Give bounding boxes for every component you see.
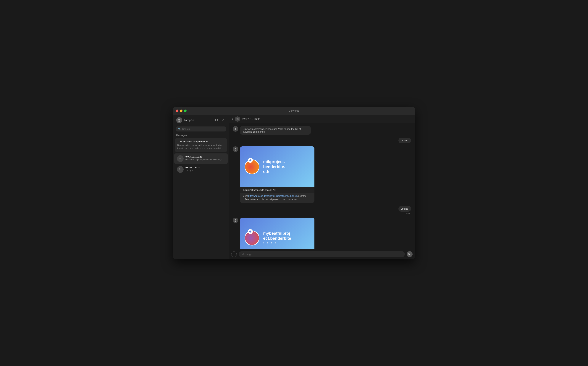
svg-rect-2: [215, 119, 216, 120]
msg-avatar-1: [233, 126, 238, 132]
grid-icon-button[interactable]: [214, 118, 219, 123]
svg-rect-3: [217, 119, 218, 120]
app-window: Converse LampGolf: [173, 107, 415, 259]
card-icon-wrap-2: [245, 231, 260, 245]
window-title: Converse: [289, 109, 299, 112]
ens-card-1: mikproject.benderbite.eth mikproject.ben…: [240, 146, 314, 203]
ephemeral-notice: This account is ephemeral Disconnect to …: [175, 138, 227, 152]
sent-label: Sent: [406, 212, 411, 215]
ens-logo-2: [248, 229, 253, 234]
add-attachment-button[interactable]: +: [231, 252, 237, 257]
card-row-1: mikproject.benderbite.eth mikproject.ben…: [233, 146, 411, 203]
header-icons: [214, 118, 226, 123]
send-button[interactable]: [407, 251, 413, 257]
card-title-text-2: mybeatfulproject.benderbite: [263, 231, 291, 241]
card-footer-1: mikproject.benderbite.eth on ENS: [240, 187, 314, 193]
compose-icon-button[interactable]: [221, 118, 226, 123]
card-image-2: mybeatfulproject.benderbite • • • •: [240, 218, 314, 249]
card-link-1[interactable]: https://app.ens.domains/mikproject.bende…: [248, 195, 298, 197]
message-row-1: Unknown command. Please use /help to see…: [233, 126, 411, 135]
message-bubble-1: Unknown command. Please use /help to see…: [240, 126, 311, 135]
card-message-1: mikproject.benderbite.eth mikproject.ben…: [233, 146, 411, 203]
ens-card-2: mybeatfulproject.benderbite • • • • mybe…: [240, 218, 314, 249]
close-button[interactable]: [176, 110, 179, 112]
chat-area: ‹ 0x 0xCF1E...1B22 Unknown command. Plea…: [229, 115, 415, 259]
svg-point-6: [235, 128, 236, 129]
conv-preview-1: 0s · Meet https://app.ens.domains/mybeat…: [186, 159, 225, 161]
message-input[interactable]: [239, 251, 405, 257]
traffic-lights: [176, 110, 186, 112]
svg-point-9: [235, 150, 236, 151]
card-row-2: mybeatfulproject.benderbite • • • • mybe…: [233, 218, 411, 249]
conversation-item-1[interactable]: 0x 0xCF1E...1B22 0s · Meet https://app.e…: [174, 153, 228, 164]
svg-rect-5: [217, 120, 218, 121]
sent-bubble-1: /friend: [398, 138, 411, 143]
card-text-2: mybeatfulproject.benderbite • • • •: [263, 231, 291, 245]
message-row-2: /friend: [233, 138, 411, 143]
card-message-2: mybeatfulproject.benderbite • • • • mybe…: [233, 218, 411, 249]
svg-marker-10: [249, 159, 252, 161]
search-icon: 🔍: [178, 128, 181, 130]
card-footer-title-1: mikproject.benderbite.eth on ENS: [243, 189, 312, 191]
card-avatar-2: [233, 218, 238, 223]
search-bar: 🔍: [173, 125, 229, 133]
svg-point-0: [179, 119, 180, 120]
chat-header: ‹ 0x 0xCF1E...1B22: [229, 115, 415, 123]
card-text-1: mikproject.benderbite.eth: [263, 159, 285, 174]
card-body-1: Meet https://app.ens.domains/mikproject.…: [240, 193, 314, 203]
avatar: [176, 117, 182, 123]
titlebar: Converse: [173, 107, 415, 115]
ens-logo-1: [248, 158, 253, 163]
conv-preview-2: 1d · gm: [186, 169, 225, 171]
svg-point-1: [178, 121, 180, 122]
svg-point-7: [235, 130, 236, 130]
message-row-3: /friend Sent: [233, 206, 411, 215]
conv-avatar-1: 0x: [177, 155, 184, 162]
sidebar-header: LampGolf: [173, 115, 229, 125]
conv-name-2: 0x2dff...4e2d: [186, 166, 225, 169]
card-icon-wrap-1: [245, 159, 260, 174]
svg-marker-13: [249, 230, 252, 233]
chat-header-name: 0xCF1E...1B22: [242, 118, 260, 121]
search-input-wrap[interactable]: 🔍: [176, 126, 226, 131]
conv-details-2: 0x2dff...4e2d 1d · gm: [186, 166, 225, 171]
conversation-list: 0x 0xCF1E...1B22 0s · Meet https://app.e…: [173, 153, 229, 259]
maximize-button[interactable]: [184, 110, 186, 112]
messages-section-label: Messages: [173, 133, 229, 138]
input-area: +: [229, 249, 415, 259]
messages-area[interactable]: Unknown command. Please use /help to see…: [229, 123, 415, 249]
back-button[interactable]: ‹: [232, 117, 233, 121]
ephemeral-title: This account is ephemeral: [177, 140, 225, 143]
username-label: LampGolf: [184, 119, 195, 122]
card-title-text-1: mikproject.benderbite.eth: [263, 159, 285, 174]
chat-avatar: 0x: [235, 116, 240, 122]
ephemeral-desc: Disconnect to permanently remove your de…: [177, 144, 225, 150]
card-dots-2: • • • •: [263, 241, 291, 245]
conv-name-1: 0xCF1E...1B22: [186, 155, 225, 158]
svg-rect-4: [215, 120, 216, 121]
svg-point-8: [235, 148, 236, 149]
conv-details-1: 0xCF1E...1B22 0s · Meet https://app.ens.…: [186, 155, 225, 161]
sidebar: LampGolf 🔍 Messages: [173, 115, 229, 259]
card-avatar-1: [233, 146, 238, 152]
conv-avatar-2: 0x: [177, 166, 184, 173]
svg-point-11: [235, 219, 236, 221]
user-info: LampGolf: [176, 117, 195, 123]
search-input[interactable]: [182, 128, 224, 130]
main-content: LampGolf 🔍 Messages: [173, 115, 415, 259]
conversation-item-2[interactable]: 0x 0x2dff...4e2d 1d · gm: [174, 164, 228, 175]
card-image-1: mikproject.benderbite.eth: [240, 146, 314, 187]
svg-point-12: [235, 221, 236, 222]
minimize-button[interactable]: [180, 110, 183, 112]
sent-bubble-2: /friend: [398, 206, 411, 212]
